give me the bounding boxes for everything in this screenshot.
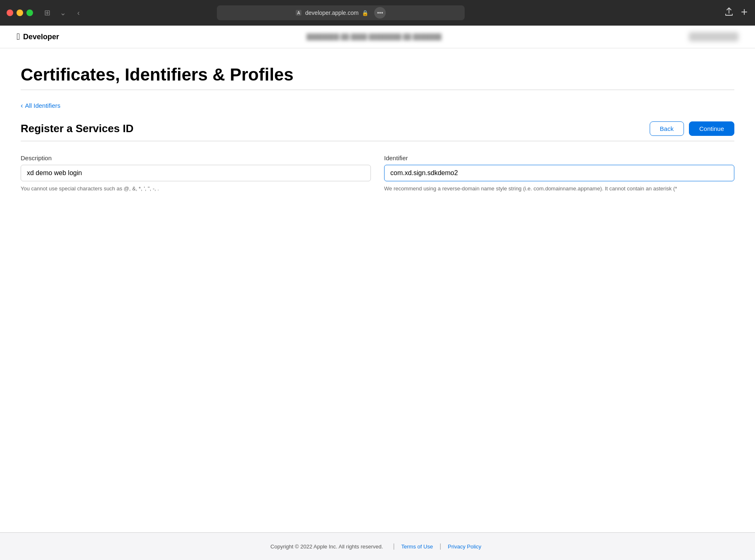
- terms-of-use-link[interactable]: Terms of Use: [401, 543, 433, 550]
- developer-logo-text: Developer: [23, 33, 59, 41]
- privacy-policy-link[interactable]: Privacy Policy: [448, 543, 481, 550]
- breadcrumb: All Identifiers: [21, 102, 734, 110]
- description-label: Description: [21, 154, 371, 161]
- chevron-down-icon[interactable]: ⌄: [57, 7, 69, 19]
- maximize-button[interactable]: [26, 9, 33, 16]
- address-bar[interactable]: A developer.apple.com 🔒 •••: [217, 5, 465, 20]
- identifier-hint: We recommend using a reverse-domain name…: [384, 185, 734, 193]
- section-header: Register a Services ID Back Continue: [21, 121, 734, 136]
- identifier-input[interactable]: [384, 165, 734, 181]
- page-wrapper:  Developer ████████ ██ ████ ████████ ██…: [0, 26, 755, 560]
- header-avatar: [689, 32, 738, 41]
- breadcrumb-link[interactable]: All Identifiers: [21, 102, 60, 109]
- site-header:  Developer ████████ ██ ████ ████████ ██…: [0, 26, 755, 48]
- new-tab-button[interactable]: [740, 8, 748, 18]
- apple-developer-logo:  Developer: [17, 31, 59, 42]
- main-content: Certificates, Identifiers & Profiles All…: [0, 48, 755, 532]
- lock-icon: 🔒: [362, 10, 368, 16]
- footer-divider-1: |: [393, 543, 394, 550]
- apple-logo-icon: : [17, 31, 20, 42]
- page-footer: Copyright © 2022 Apple Inc. All rights r…: [0, 532, 755, 560]
- browser-chrome: ⊞ ⌄ ‹ A developer.apple.com 🔒 •••: [0, 0, 755, 26]
- traffic-lights: [7, 9, 33, 16]
- share-button[interactable]: [724, 7, 734, 19]
- form-grid: Description You cannot use special chara…: [21, 154, 734, 193]
- more-options-button[interactable]: •••: [374, 7, 386, 19]
- footer-copyright: Copyright © 2022 Apple Inc. All rights r…: [271, 543, 383, 550]
- identifier-form-group: Identifier We recommend using a reverse-…: [384, 154, 734, 193]
- minimize-button[interactable]: [17, 9, 23, 16]
- description-form-group: Description You cannot use special chara…: [21, 154, 371, 193]
- close-button[interactable]: [7, 9, 13, 16]
- footer-divider-2: |: [439, 543, 441, 550]
- back-nav-button[interactable]: ‹: [73, 7, 84, 19]
- back-button[interactable]: Back: [650, 121, 684, 136]
- browser-actions: [724, 7, 748, 19]
- svg-text:A: A: [297, 11, 300, 15]
- header-nav-blurred: ████████ ██ ████ ████████ ██ ███████: [306, 33, 442, 40]
- sidebar-toggle-button[interactable]: ⊞: [41, 7, 53, 19]
- favicon-icon: A: [295, 9, 302, 16]
- section-divider: [21, 141, 734, 141]
- description-hint: You cannot use special characters such a…: [21, 185, 371, 193]
- browser-controls: ⊞ ⌄ ‹: [41, 7, 84, 19]
- page-divider: [21, 90, 734, 90]
- description-input[interactable]: [21, 165, 371, 181]
- section-title: Register a Services ID: [21, 122, 133, 135]
- page-title: Certificates, Identifiers & Profiles: [21, 65, 734, 85]
- identifier-label: Identifier: [384, 154, 734, 161]
- url-text: developer.apple.com: [305, 9, 359, 16]
- continue-button[interactable]: Continue: [689, 121, 734, 136]
- section-actions: Back Continue: [650, 121, 734, 136]
